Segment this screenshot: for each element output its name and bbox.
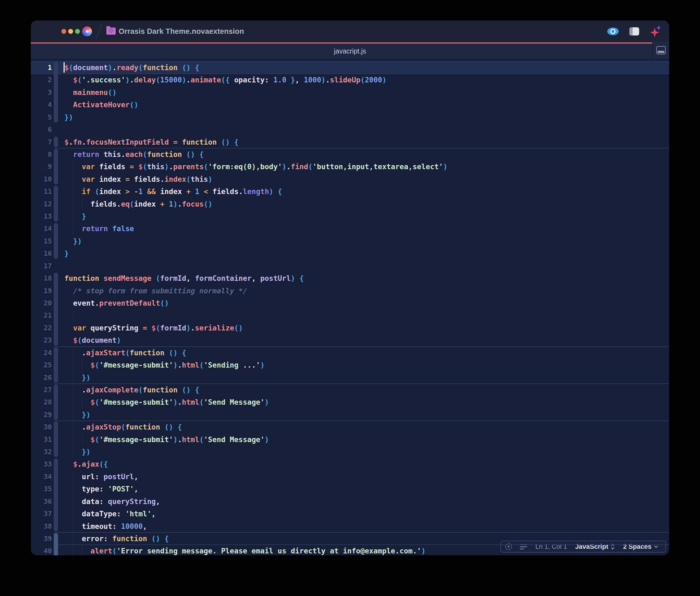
line-number[interactable]: 10: [31, 173, 52, 185]
line-number[interactable]: 18: [31, 272, 52, 284]
close-button[interactable]: [61, 29, 66, 34]
line-number[interactable]: 39: [31, 532, 52, 545]
line-number[interactable]: 36: [31, 495, 52, 507]
code-editor[interactable]: Ln 1, Col 1 JavaScript 2 Spaces 1$(docum…: [31, 59, 669, 555]
code-line[interactable]: var queryString = $(formId).serialize(): [64, 322, 669, 334]
code-line[interactable]: $('.success').delay(15000).animate({ opa…: [64, 74, 669, 86]
line-number[interactable]: 5: [31, 111, 52, 123]
fold-indicator[interactable]: [54, 421, 58, 457]
line-number[interactable]: 29: [31, 408, 52, 421]
line-number[interactable]: 28: [31, 396, 52, 408]
code-line[interactable]: return this.each(function () {: [64, 148, 669, 160]
code-line[interactable]: .ajaxComplete(function () {: [64, 384, 669, 396]
line-number[interactable]: 2: [31, 74, 52, 86]
line-number[interactable]: 4: [31, 99, 52, 111]
code-line[interactable]: }): [64, 111, 669, 123]
line-number[interactable]: 6: [31, 123, 52, 135]
line-number[interactable]: 35: [31, 483, 52, 495]
code-line[interactable]: $('#message-submit').html('Send Message'…: [64, 396, 669, 408]
fold-indicator[interactable]: [54, 62, 58, 123]
split-editor-button[interactable]: [652, 42, 669, 59]
code-line[interactable]: dataType: 'html',: [64, 507, 669, 520]
line-number[interactable]: 38: [31, 520, 52, 532]
line-number[interactable]: 3: [31, 86, 52, 99]
fold-indicator[interactable]: [54, 347, 58, 383]
preview-eye-button[interactable]: [607, 25, 619, 38]
line-number[interactable]: 9: [31, 160, 52, 173]
code-line[interactable]: $.ajax({: [64, 458, 669, 470]
code-token-pl: [200, 187, 204, 196]
line-number[interactable]: 20: [31, 297, 52, 309]
code-line[interactable]: function sendMessage (formId, formContai…: [64, 272, 669, 284]
code-line[interactable]: mainmenu(): [64, 86, 669, 99]
code-line[interactable]: $('#message-submit').html('Send Message'…: [64, 433, 669, 446]
line-number[interactable]: 24: [31, 347, 52, 359]
ai-actions-button[interactable]: [650, 25, 662, 38]
code-line[interactable]: }: [64, 247, 669, 259]
line-number[interactable]: 19: [31, 284, 52, 297]
line-number[interactable]: 30: [31, 421, 52, 433]
code-line[interactable]: alert('Error sending message. Please ema…: [64, 545, 669, 555]
line-number[interactable]: 17: [31, 260, 52, 272]
line-number[interactable]: 1: [31, 61, 52, 74]
line-number[interactable]: 11: [31, 185, 52, 198]
fold-indicator[interactable]: [54, 533, 58, 555]
minimize-button[interactable]: [68, 29, 73, 34]
line-number[interactable]: 15: [31, 235, 52, 247]
line-number[interactable]: 21: [31, 309, 52, 321]
code-line[interactable]: fields.eq(index + 1).focus(): [64, 198, 669, 210]
code-line[interactable]: }: [64, 210, 669, 222]
code-token-pl: fields.: [130, 175, 164, 183]
code-line[interactable]: timeout: 10000,: [64, 520, 669, 532]
fold-indicator[interactable]: [54, 223, 58, 259]
code-line[interactable]: var fields = $(this).parents('form:eq(0)…: [64, 160, 669, 173]
code-line[interactable]: .ajaxStart(function () {: [64, 347, 669, 359]
code-line[interactable]: return false: [64, 222, 669, 235]
toggle-panels-button[interactable]: [628, 25, 640, 38]
code-line[interactable]: }): [64, 408, 669, 421]
fold-indicator[interactable]: [54, 136, 58, 147]
line-number[interactable]: 32: [31, 446, 52, 458]
line-number[interactable]: 31: [31, 433, 52, 446]
line-number[interactable]: 23: [31, 334, 52, 346]
code-line[interactable]: data: queryString,: [64, 495, 669, 507]
code-line[interactable]: ActivateHover(): [64, 99, 669, 111]
zoom-button[interactable]: [75, 29, 80, 34]
code-line[interactable]: $('#message-submit').html('Sending ...'): [64, 359, 669, 371]
fold-indicator[interactable]: [54, 149, 58, 184]
code-line[interactable]: /* stop form from submitting normally */: [64, 284, 669, 297]
code-line[interactable]: }): [64, 371, 669, 384]
fold-indicator[interactable]: [54, 273, 58, 346]
line-number[interactable]: 22: [31, 322, 52, 334]
code-line[interactable]: $(document): [64, 334, 669, 346]
line-number[interactable]: 27: [31, 384, 52, 396]
code-token-dl: $: [64, 138, 69, 146]
fold-indicator[interactable]: [54, 186, 58, 222]
code-line[interactable]: $.fn.focusNextInputField = function () {: [64, 136, 669, 148]
code-line[interactable]: }): [64, 446, 669, 458]
code-line[interactable]: error: function () {: [64, 532, 669, 545]
code-line[interactable]: if (index > -1 && index + 1 < fields.len…: [64, 185, 669, 198]
code-line[interactable]: .ajaxStop(function () {: [64, 421, 669, 433]
fold-indicator[interactable]: [54, 458, 58, 531]
line-number[interactable]: 26: [31, 371, 52, 384]
line-number[interactable]: 34: [31, 470, 52, 483]
code-line[interactable]: var index = fields.index(this): [64, 173, 669, 185]
line-number[interactable]: 8: [31, 148, 52, 160]
line-number[interactable]: 16: [31, 247, 52, 259]
code-line[interactable]: url: postUrl,: [64, 470, 669, 483]
tab-javacript-js[interactable]: javacript.js: [31, 44, 669, 59]
line-number[interactable]: 12: [31, 198, 52, 210]
code-line[interactable]: $(document).ready(function () {: [64, 61, 669, 74]
line-number[interactable]: 37: [31, 507, 52, 520]
line-number[interactable]: 40: [31, 545, 52, 555]
fold-indicator[interactable]: [54, 384, 58, 420]
line-number[interactable]: 13: [31, 210, 52, 222]
line-number[interactable]: 25: [31, 359, 52, 371]
code-line[interactable]: event.preventDefault(): [64, 297, 669, 309]
line-number[interactable]: 33: [31, 458, 52, 470]
line-number[interactable]: 14: [31, 222, 52, 235]
code-line[interactable]: }): [64, 235, 669, 247]
code-line[interactable]: type: 'POST',: [64, 483, 669, 495]
line-number[interactable]: 7: [31, 136, 52, 148]
